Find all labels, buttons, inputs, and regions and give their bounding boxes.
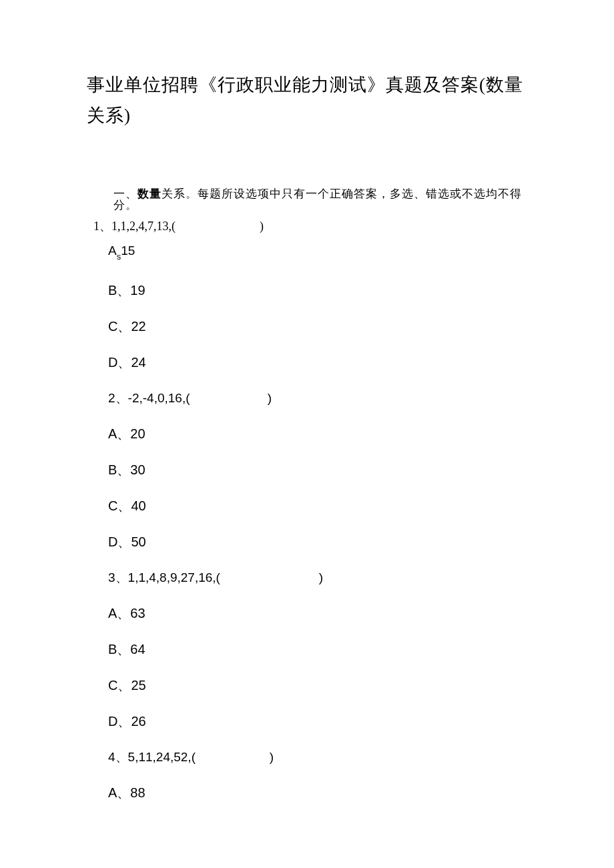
q4-stem: 4、5,11,24,52,( ): [108, 751, 527, 763]
q4-option-a: A、88: [108, 786, 527, 799]
section-intro: 一、数量关系。每题所设选项中只有一个正确答案，多选、错选或不选均不得分。: [113, 188, 527, 211]
section-intro-rest: 关系。每题所设选项中只有一个正确答案，多选、错选或不选均不得分。: [113, 187, 522, 211]
q2-option-a: A、20: [108, 427, 527, 440]
q1-option-c: C、22: [108, 320, 527, 333]
q1-optA-prefix: A: [108, 244, 117, 258]
q3-option-c: C、25: [108, 679, 527, 692]
q3-option-a: A、63: [108, 606, 527, 620]
q2-stem: 2、-2,-4,0,16,( ): [108, 392, 527, 404]
section-intro-bold: 数量: [137, 187, 162, 200]
q3-stem: 3、1,1,4,8,9,27,16,( ): [108, 571, 527, 584]
q1-optA-val: 15: [121, 244, 135, 258]
q1-option-a: As15: [108, 244, 527, 260]
q1-optA-sub: s: [117, 252, 121, 262]
page-title: 事业单位招聘《行政职业能力测试》真题及答案(数量关系): [87, 70, 527, 131]
q1-stem: 1、1,1,2,4,7,13,( ): [93, 220, 527, 232]
q1-option-d: D、24: [108, 356, 527, 369]
q2-option-c: C、40: [108, 499, 527, 512]
q1-option-b: B、19: [108, 284, 527, 297]
q3-option-d: D、26: [108, 715, 527, 728]
q3-option-b: B、64: [108, 642, 527, 656]
q2-option-d: D、50: [108, 535, 527, 548]
q2-option-b: B、30: [108, 463, 527, 476]
